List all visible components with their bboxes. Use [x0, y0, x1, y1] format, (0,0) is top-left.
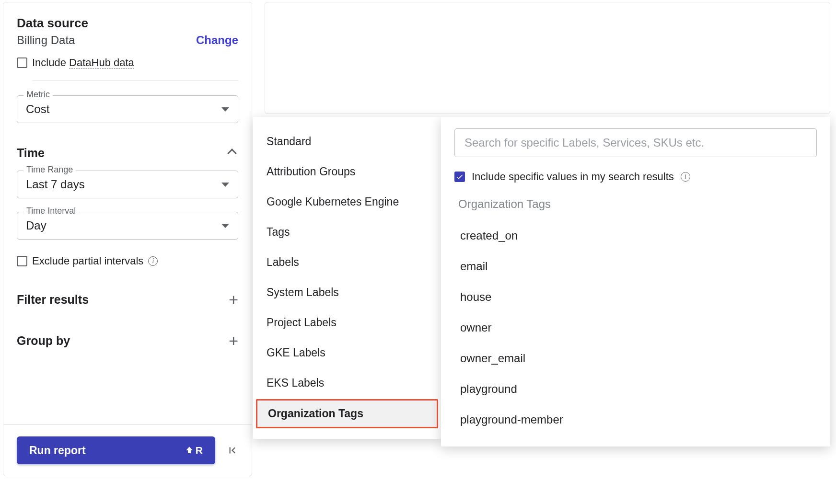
group-by-title: Group by: [17, 334, 70, 348]
result-item[interactable]: owner: [454, 312, 817, 343]
flyout-item[interactable]: Organization Tags: [256, 399, 438, 428]
flyout-item[interactable]: System Labels: [253, 277, 441, 308]
flyout-item[interactable]: Tags: [253, 217, 441, 247]
flyout-item[interactable]: Labels: [253, 247, 441, 277]
exclude-partial-label: Exclude partial intervals: [32, 255, 143, 267]
include-datahub-label: Include DataHub data: [32, 57, 134, 69]
result-item[interactable]: owner_email: [454, 343, 817, 374]
collapse-panel-button[interactable]: [226, 444, 238, 457]
add-filter-button[interactable]: +: [229, 291, 238, 308]
groupby-results-panel: Include specific values in my search res…: [441, 117, 830, 447]
time-interval-value: Day: [26, 219, 46, 232]
search-input[interactable]: [454, 128, 817, 157]
time-interval-select[interactable]: Time Interval Day: [17, 212, 238, 240]
chevron-up-icon[interactable]: [227, 149, 237, 158]
result-item[interactable]: house: [454, 282, 817, 312]
time-section-title: Time: [17, 146, 45, 160]
result-item[interactable]: playground-member: [454, 404, 817, 435]
include-values-checkbox[interactable]: [454, 172, 465, 182]
include-values-label: Include specific values in my search res…: [472, 171, 674, 183]
time-range-value: Last 7 days: [26, 178, 85, 191]
time-range-select[interactable]: Time Range Last 7 days: [17, 171, 238, 198]
metric-select[interactable]: Metric Cost: [17, 95, 238, 123]
run-report-label: Run report: [29, 444, 86, 457]
info-icon[interactable]: i: [148, 256, 158, 266]
chevron-down-icon: [221, 107, 229, 112]
metric-label: Metric: [23, 90, 53, 100]
time-range-label: Time Range: [23, 165, 76, 175]
result-item[interactable]: email: [454, 251, 817, 282]
shift-key-icon: [185, 446, 194, 455]
results-heading: Organization Tags: [454, 197, 817, 211]
flyout-item[interactable]: Attribution Groups: [253, 157, 441, 187]
metric-value: Cost: [26, 103, 49, 116]
info-icon[interactable]: i: [681, 172, 690, 182]
data-source-value: Billing Data: [17, 34, 75, 47]
change-data-source-link[interactable]: Change: [196, 34, 238, 47]
include-datahub-checkbox[interactable]: [17, 57, 27, 68]
groupby-category-flyout: StandardAttribution GroupsGoogle Kuberne…: [253, 117, 441, 439]
run-report-button[interactable]: Run report R: [17, 436, 215, 464]
time-interval-label: Time Interval: [23, 206, 79, 216]
flyout-item[interactable]: EKS Labels: [253, 368, 441, 398]
data-source-title: Data source: [17, 16, 238, 31]
flyout-item[interactable]: Google Kubernetes Engine: [253, 187, 441, 217]
flyout-item[interactable]: Project Labels: [253, 308, 441, 338]
exclude-partial-checkbox[interactable]: [17, 256, 27, 266]
chevron-down-icon: [221, 183, 229, 187]
result-item[interactable]: created_on: [454, 220, 817, 251]
divider: [32, 80, 238, 81]
result-item[interactable]: playground: [454, 374, 817, 404]
filter-results-title: Filter results: [17, 293, 89, 307]
config-sidebar: Data source Billing Data Change Include …: [3, 2, 252, 476]
main-content-card: [265, 2, 830, 114]
run-report-shortcut: R: [185, 445, 203, 456]
chevron-down-icon: [221, 224, 229, 228]
flyout-item[interactable]: Standard: [253, 126, 441, 157]
flyout-item[interactable]: GKE Labels: [253, 338, 441, 368]
add-groupby-button[interactable]: +: [229, 332, 238, 349]
